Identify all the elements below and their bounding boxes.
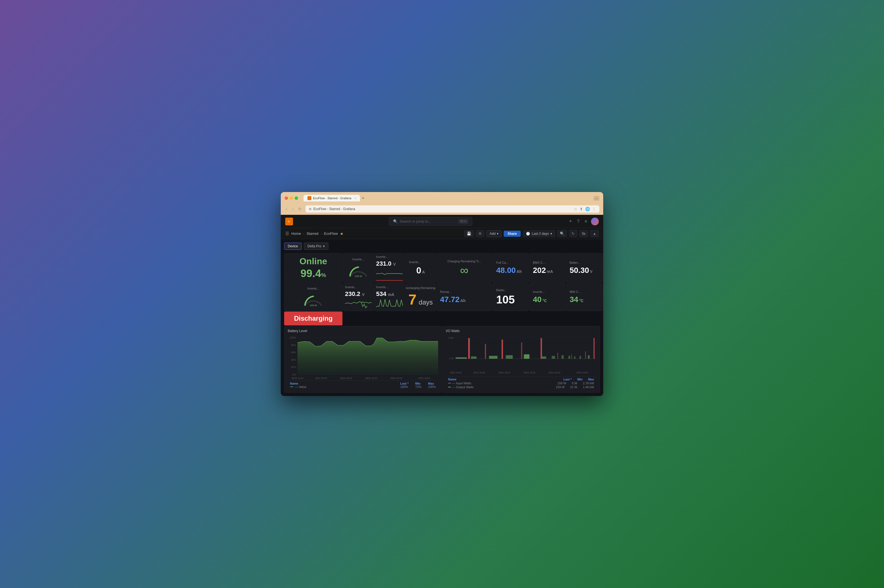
full-cap-title: Full Ca... (496, 261, 525, 264)
nav-back-button[interactable]: ‹ (285, 206, 288, 212)
share-button[interactable]: Share (504, 231, 521, 237)
fullscreen-button[interactable] (295, 196, 298, 200)
topnav-right: + ? ≡ (568, 217, 599, 225)
profile-icon[interactable]: 🌐 (585, 207, 590, 211)
inverter-v-title: Inverte... (376, 255, 403, 258)
search-bar[interactable]: 🔍 Search or jump to... ⌘+k (389, 217, 472, 226)
svg-text:08/31 16:00: 08/31 16:00 (365, 377, 377, 380)
svg-rect-38 (489, 356, 497, 359)
battery-voltage-title: Batter... (570, 261, 599, 264)
online-status-value: Online (299, 256, 327, 267)
notifications-button[interactable]: ≡ (584, 218, 588, 225)
add-button[interactable]: Add ▾ (486, 230, 501, 237)
discharging-remaining-value: 7 (408, 291, 416, 308)
full-cap-value: 48.00 Ah (496, 266, 525, 275)
input-watts-label: — Input Watts (448, 381, 552, 385)
svg-marker-16 (297, 338, 438, 375)
battery-level-panel: Battery Level 100% 80% 60% 40% 20% 0% (284, 326, 442, 393)
svg-rect-43 (561, 355, 564, 359)
time-range-picker[interactable]: 🕐 Last 2 days ▾ (523, 230, 555, 237)
refresh-rate-selector[interactable]: 5s (579, 230, 588, 237)
share-page-icon[interactable]: ⬆ (579, 207, 583, 211)
user-avatar[interactable] (591, 218, 599, 225)
io-chart-area: 2 kW 0 W (446, 335, 596, 376)
io-watts-panel: I/O Watts 2 kW 0 W (442, 326, 600, 393)
nav-forward-button[interactable]: › (291, 206, 295, 212)
output-min-value: 21 W (570, 386, 577, 389)
help-button[interactable]: ? (576, 218, 581, 225)
svg-rect-36 (456, 357, 467, 359)
browser-dropdown[interactable]: ⌄ (593, 196, 599, 201)
svg-text:09/01 08:00: 09/01 08:00 (576, 372, 588, 374)
svg-rect-28 (485, 344, 486, 359)
battery-value-row: — Value (290, 385, 394, 388)
svg-text:08/31 00:00: 08/31 00:00 (473, 372, 485, 374)
zoom-out-button[interactable]: 🔍 (557, 230, 567, 237)
battery-max-value: 100% (428, 385, 436, 388)
output-max-value: 1.46 kW (583, 386, 594, 389)
discharging-value: Discharging (288, 315, 339, 322)
menu-icon[interactable]: ⋮ (592, 207, 596, 211)
charging-remaining-value: ∞ (460, 264, 468, 276)
input-min-value: 0 W (572, 381, 577, 385)
remaining-cap-title: Remai... (440, 290, 488, 294)
battery-last-header: Last * (400, 382, 409, 385)
output-watts-label: — Output Watts (448, 386, 550, 389)
device-filter-button[interactable]: Device (284, 243, 302, 250)
io-last-header: Last * (563, 378, 572, 381)
svg-text:08/30 16:00: 08/30 16:00 (450, 372, 462, 374)
bookmark-icon[interactable]: ☆ (574, 207, 577, 211)
battery-min-value: 72% (415, 385, 422, 388)
svg-rect-42 (552, 356, 555, 359)
add-panel-button[interactable]: + (568, 217, 573, 225)
svg-rect-30 (521, 343, 522, 359)
tab-bar: EcoFlow - Starred - Grafana × + (303, 195, 591, 201)
hamburger-menu[interactable]: ☰ (285, 231, 289, 236)
active-tab[interactable]: EcoFlow - Starred - Grafana × (303, 195, 360, 201)
stats-row-1: Online 99.4% Inverte... 159 W (284, 253, 600, 283)
io-input-row: — Input Watts 159 W 0 W 2.78 kW (448, 381, 594, 385)
input-max-value: 2.78 kW (583, 381, 594, 385)
inverter-temp-panel: Inverte... 40 °C (529, 283, 566, 311)
address-bar[interactable]: ⚙ EcoFlow - Starred - Grafana ☆ ⬆ 🌐 ⋮ (306, 206, 599, 213)
svg-rect-35 (593, 338, 594, 359)
nav-refresh-button[interactable]: ↻ (297, 206, 303, 212)
browser-window: EcoFlow - Starred - Grafana × + ⌄ ‹ › ↻ … (281, 192, 603, 396)
search-icon: 🔍 (393, 219, 398, 224)
svg-text:08/31 08:00: 08/31 08:00 (498, 372, 510, 374)
battery-legend: Name Last * Min Max — Value 100% 72% 100… (288, 380, 438, 390)
battery-level-title: Battery Level (288, 329, 438, 333)
charts-row: Battery Level 100% 80% 60% 40% 20% 0% (284, 326, 600, 393)
breadcrumb-home[interactable]: Home (291, 231, 301, 236)
add-label: Add (489, 232, 495, 236)
min-cell-temp-panel: MIN C... 34 °C (566, 283, 602, 311)
svg-text:08/31 00:00: 08/31 00:00 (315, 377, 327, 380)
minimize-button[interactable] (290, 196, 293, 200)
time-range-label: Last 2 days (532, 232, 549, 236)
svg-rect-39 (506, 355, 513, 359)
dashboard-settings-button[interactable]: ⚙ (476, 230, 484, 237)
svg-rect-33 (571, 354, 572, 359)
min-cell-temp-value: 34 °C (570, 295, 599, 304)
close-button[interactable] (285, 196, 288, 200)
save-dashboard-button[interactable]: 💾 (464, 230, 474, 237)
tab-close-icon[interactable]: × (355, 197, 356, 200)
breadcrumb-starred[interactable]: Starred (307, 231, 318, 236)
favorite-star[interactable]: ★ (340, 231, 344, 236)
address-bar-icons: ☆ ⬆ 🌐 ⋮ (574, 207, 596, 211)
io-legend-header: Name Last * Min Max (448, 378, 594, 381)
new-tab-button[interactable]: + (362, 196, 364, 201)
delta-pro-dropdown[interactable]: Delta Pro ▾ (304, 243, 328, 250)
collapse-toolbar-button[interactable]: ▲ (590, 230, 599, 237)
grafana-topnav: G 🔍 Search or jump to... ⌘+k + ? ≡ (281, 215, 603, 228)
discharging-panel: Discharging (284, 312, 342, 326)
refresh-button[interactable]: ↻ (569, 230, 577, 237)
svg-rect-44 (569, 356, 570, 359)
discharging-remaining-title: Discharging Remaining... (405, 286, 436, 290)
breadcrumb-ecoflow[interactable]: EcoFlow (324, 231, 338, 236)
grafana-logo[interactable]: G (285, 218, 293, 225)
inverter-gauge2-panel: Inverte... 159 W (284, 283, 342, 311)
inverter-v2-title: Inverte... (345, 285, 372, 289)
svg-rect-31 (541, 338, 542, 359)
battery-last-value: 100% (400, 385, 409, 388)
